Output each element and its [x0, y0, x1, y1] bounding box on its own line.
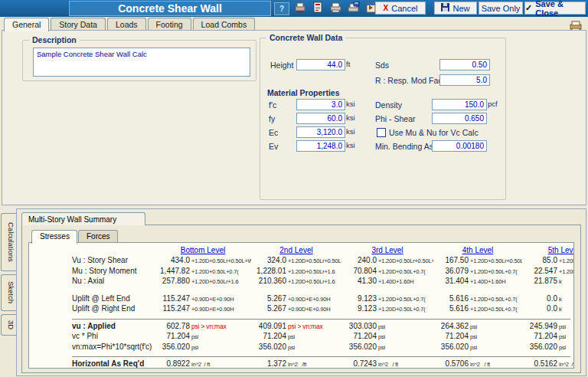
level-header-link[interactable]: Bottom Level [155, 246, 251, 254]
row-label: vn:max=Phi*10*sqrt(f'c) [72, 343, 155, 352]
sidetab-sketch[interactable]: Sketch [1, 274, 16, 311]
app-window: Concrete Shear Wall ? X Cancel [0, 0, 588, 377]
table-cell: 5.267+0.90D+E+0.90H [251, 304, 341, 315]
subtab-stresses[interactable]: Stresses [31, 230, 77, 244]
window-title: Concrete Shear Wall [69, 1, 271, 16]
row-label: Uplift @ Left End [72, 294, 155, 304]
description-groupbox: Description Sample Concrete Shear Wall C… [22, 40, 256, 81]
fy-unit: ksi [346, 113, 355, 122]
table-cell: 240.0+1.20D+0.50Lr+0.50L+W+1.6( [341, 256, 433, 267]
tab-general[interactable]: General [4, 18, 49, 31]
r-factor-input[interactable]: 5.0 [439, 74, 490, 86]
wall-data-groupbox: Concrete Wall Data Height 44.0 ft Sds 0.… [260, 38, 506, 200]
row-label: Mu : Story Moment [72, 267, 155, 277]
report-icon[interactable] [312, 2, 325, 14]
tab-bar: General Story Data Loads Footing Load Co… [4, 18, 255, 31]
table-cell: 9.123+1.20D+0.50L+0.7( [341, 304, 433, 315]
sds-label: Sds [375, 61, 389, 70]
printer-icon[interactable] [329, 2, 342, 14]
help-icon[interactable]: ? [274, 2, 289, 15]
sidetab-calculations[interactable]: Calculations [1, 213, 16, 271]
level-header-link[interactable]: 2nd Level [251, 246, 341, 254]
ec-input[interactable]: 3,120.0 [296, 126, 345, 138]
level-header-link[interactable]: 5th Level [522, 246, 574, 254]
fy-input[interactable]: 60.0 [296, 113, 345, 124]
table-cell: 356.020psi [155, 343, 251, 353]
row-label: Nu : Axial [72, 277, 155, 287]
fc-label: f'c [269, 100, 276, 110]
table-cell: 71.204psi [251, 332, 341, 343]
level-header-row: Bottom Level2nd Level3rd Level4th Level5… [72, 246, 570, 254]
send-icon[interactable] [294, 2, 307, 14]
tab-footing[interactable]: Footing [148, 18, 191, 31]
fc-input[interactable]: 3.0 [296, 99, 345, 110]
floppy-disk-icon [441, 3, 449, 13]
ec-unit: ksi [346, 127, 355, 136]
sds-input[interactable]: 0.50 [439, 59, 490, 70]
table-cell: 9.123+1.20D+0.50L+0.7( [341, 294, 433, 305]
table-cell: 5.616+1.20D+0.50L+0.7( [433, 294, 522, 305]
table-cell: 409.091psi > vn:max [251, 322, 341, 332]
table-cell: 356.020psi [433, 343, 522, 353]
table-cell: 434.0+1.20D+0.50Lr+0.50L+W+1.6( [155, 256, 251, 267]
height-input[interactable]: 44.0 [296, 59, 345, 70]
cancel-button[interactable]: X Cancel [375, 2, 426, 15]
table-cell: 1.372in^2 /ft [251, 359, 341, 369]
table-cell: 5.267+0.90D+E+0.90H [251, 294, 341, 305]
phi-shear-label: Phi - Shear [375, 114, 416, 123]
table-row: Nu : Axial257.880+1.20D+0.50Lr+1.6210.36… [72, 277, 570, 287]
min-bending-as-input[interactable]: 0.00180 [432, 140, 487, 152]
description-group-title: Description [29, 35, 80, 44]
table-row: vu : Applied602.78psi > vn:max409.091psi… [72, 319, 570, 333]
save-close-button[interactable]: ✓ Save & Close [524, 2, 586, 15]
table-cell: 115.247+0.90D+E+0.90H [155, 304, 251, 315]
table-cell: 5.616+1.20D+0.50L+0.7( [433, 304, 522, 315]
table-row: Vu : Story Shear434.0+1.20D+0.50Lr+0.50L… [72, 256, 570, 267]
tab-story-data[interactable]: Story Data [51, 18, 106, 31]
new-button[interactable]: New [434, 2, 477, 15]
table-cell: 71.204psi [341, 332, 433, 343]
row-label: vu : Applied [72, 322, 155, 332]
row-label: Horizontal As Req'd [72, 359, 155, 369]
table-row: vc * Phi71.204psi71.204psi71.204psi71.20… [72, 332, 570, 343]
tab-load-combs[interactable]: Load Combs [193, 18, 256, 31]
density-input[interactable]: 150.0 [432, 99, 487, 110]
use-mu-nu-checkbox[interactable] [377, 128, 386, 137]
wall-data-group-title: Concrete Wall Data [266, 33, 345, 42]
tab-multi-story-wall-summary[interactable]: Multi-Story Wall Summary [21, 212, 145, 225]
stresses-panel: Bottom Level2nd Level3rd Level4th Level5… [28, 242, 574, 369]
title-bar: Concrete Shear Wall ? X Cancel [0, 0, 588, 17]
sidetab-3d[interactable]: 3D [1, 314, 16, 336]
table-row: Mu : Story Moment1,447.82+1.20D+0.50L+0.… [72, 267, 570, 277]
phi-shear-input[interactable]: 0.650 [432, 113, 487, 124]
table-cell: 245.949psi [522, 322, 574, 333]
row-label: vc * Phi [72, 332, 155, 342]
checkmark-icon: ✓ [525, 3, 532, 13]
toolbar-icons [294, 2, 377, 14]
table-row: Uplift @ Right End115.247+0.90D+E+0.90H5… [72, 304, 570, 315]
fy-label: fy [269, 114, 275, 123]
table-cell: 22.547+1.20D+ [522, 267, 574, 277]
table-cell: 356.020psi [522, 343, 574, 353]
table-cell: 0.5162in^2 /ft [522, 359, 574, 369]
summary-panel: Stresses Forces Bottom Level2nd Level3rd… [21, 225, 581, 373]
table-cell: 0.5706in^2 / ft [433, 359, 522, 369]
table-cell: 71.204psi [155, 332, 251, 343]
height-label: Height [270, 61, 293, 70]
table-cell: 85.0+1.20D+0.50Lr+0 [522, 256, 574, 267]
use-mu-nu-label: Use Mu & Nu for Vc Calc [389, 128, 479, 137]
print-preview-icon[interactable] [347, 2, 360, 14]
table-cell: 31.404+1.40D+1.60H [433, 277, 522, 287]
table-cell: 71.204psi [522, 332, 574, 343]
save-only-button[interactable]: Save Only [479, 2, 523, 15]
ev-input[interactable]: 1,248.0 [296, 140, 345, 152]
level-header-link[interactable]: 4th Level [433, 246, 522, 254]
table-cell: 264.362psi [433, 322, 522, 333]
table-cell: 356.020psi [341, 343, 433, 353]
table-cell: 324.0+1.20D+0.50Lr+0.50L+W+1.6( [251, 256, 341, 267]
level-header-link[interactable]: 3rd Level [341, 246, 433, 254]
description-input[interactable]: Sample Concrete Shear Wall Calc [33, 48, 250, 77]
tab-loads[interactable]: Loads [107, 18, 146, 31]
subtab-forces[interactable]: Forces [78, 230, 118, 243]
table-cell: 257.880+1.20D+0.50Lr+1.6 [155, 277, 251, 287]
